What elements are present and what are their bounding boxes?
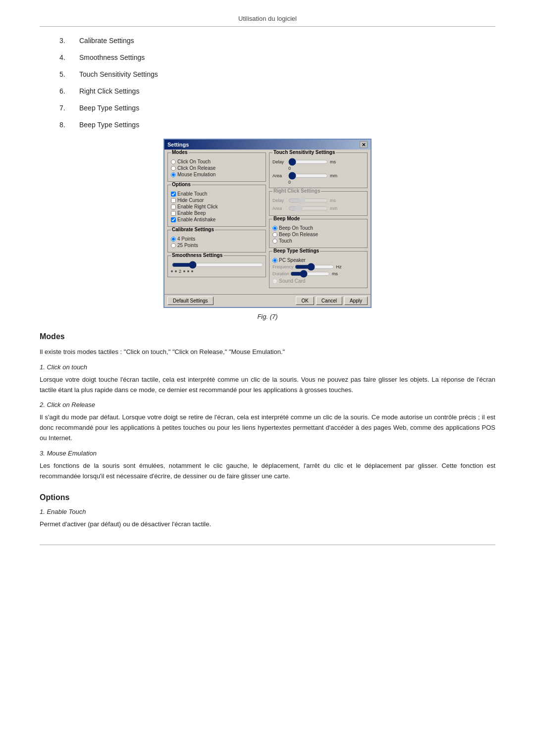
list-item: 8. Beep Type Settings: [59, 121, 495, 129]
beep-pc-speaker[interactable]: PC Speaker: [272, 257, 364, 263]
modes-heading: Modes: [40, 332, 495, 341]
right-click-title: Right Click Settings: [272, 188, 321, 194]
options-group-content: Enable Touch Hide Cursor Enable Right Cl…: [171, 191, 263, 222]
beep-sound-card-label: Sound Card: [279, 278, 305, 284]
beep-mode-content: Beep On Touch Beep On Release Touch: [272, 225, 364, 244]
duration-label: Duration: [272, 271, 289, 276]
options-section: Options 1. Enable Touch Permet d'activer…: [40, 493, 495, 530]
list-item-num: 7.: [59, 104, 79, 112]
smoothness-group: Smoothness Settings 2: [167, 255, 266, 277]
dot: [175, 270, 177, 272]
beep-on-touch[interactable]: Beep On Touch: [272, 225, 364, 231]
beep-touch[interactable]: Touch: [272, 238, 364, 244]
page-container: Utilisation du logiciel 3. Calibrate Set…: [0, 0, 535, 560]
mode-mouse-emulation-label: Mouse Emulation: [177, 172, 215, 177]
list-item-num: 8.: [59, 121, 79, 129]
mouse-emulation-body: Les fonctions de la souris sont émulées,…: [40, 461, 495, 482]
list-item-label: Smoothness Settings: [79, 53, 145, 61]
option-enable-antishake[interactable]: Enable Antishake: [171, 217, 263, 222]
calibrate-4-points[interactable]: 4 Points: [171, 236, 263, 242]
cancel-button[interactable]: Cancel: [316, 297, 342, 305]
dot: [191, 270, 193, 272]
mode-click-on-release[interactable]: Click On Release: [171, 165, 263, 171]
option-enable-antishake-label: Enable Antishake: [177, 217, 215, 222]
touch-sensitivity-content: Delay ms 0 Area mm 0: [272, 159, 364, 185]
area-row: Area mm: [272, 173, 364, 179]
dot: [171, 270, 173, 272]
list-item: 4. Smoothness Settings: [59, 53, 495, 61]
rc-area-slider: [288, 205, 328, 211]
ok-button[interactable]: OK: [296, 297, 314, 305]
area-slider[interactable]: [288, 173, 328, 179]
rc-delay-row: Delay ms: [272, 198, 364, 203]
list-item-num: 6.: [59, 87, 79, 95]
rc-area-unit: mm: [330, 206, 337, 211]
beep-pc-speaker-label: PC Speaker: [279, 257, 306, 263]
beep-type-group: Beep Type Settings PC Speaker Frequency …: [269, 251, 368, 288]
option-enable-beep[interactable]: Enable Beep: [171, 210, 263, 216]
area-value: 0: [272, 180, 364, 185]
beep-touch-label: Touch: [279, 238, 292, 244]
default-settings-button[interactable]: Default Settings: [167, 297, 214, 305]
options-group: Options Enable Touch Hide Cursor: [167, 185, 266, 227]
footer-buttons: OK Cancel Apply: [296, 297, 368, 305]
list-item: 3. Calibrate Settings: [59, 37, 495, 45]
mode-click-on-touch[interactable]: Click On Touch: [171, 159, 263, 164]
enable-touch-body: Permet d'activer (par défaut) ou de désa…: [40, 519, 495, 530]
mode-click-on-release-label: Click On Release: [177, 165, 215, 171]
calibrate-25-points[interactable]: 25 Points: [171, 243, 263, 248]
list-item: 7. Beep Type Settings: [59, 104, 495, 112]
list-item-label: Beep Type Settings: [79, 121, 139, 129]
mouse-emulation-heading: 3. Mouse Emulation: [40, 450, 495, 457]
option-enable-right-click[interactable]: Enable Right Click: [171, 204, 263, 209]
calibrate-group-content: 4 Points 25 Points: [171, 236, 263, 248]
mode-mouse-emulation[interactable]: Mouse Emulation: [171, 172, 263, 177]
numbered-list: 3. Calibrate Settings 4. Smoothness Sett…: [59, 37, 495, 129]
dialog-close-button[interactable]: ✕: [360, 141, 368, 148]
option-hide-cursor[interactable]: Hide Cursor: [171, 198, 263, 203]
beep-type-content: PC Speaker Frequency Hz Duration: [272, 257, 364, 284]
list-item-num: 3.: [59, 37, 79, 45]
modes-group-title: Modes: [171, 150, 189, 155]
smoothness-value: 2: [179, 269, 181, 274]
touch-sensitivity-group: Touch Sensitivity Settings Delay ms 0 Ar…: [269, 152, 368, 188]
delay-label: Delay: [272, 159, 287, 164]
dot: [187, 270, 189, 272]
option-enable-beep-label: Enable Beep: [177, 210, 206, 216]
dialog-container: Settings ✕ Modes Click On Touch: [40, 139, 495, 308]
duration-row: Duration ms: [272, 271, 364, 277]
rc-area-label: Area: [272, 206, 287, 211]
click-on-touch-heading: 1. Click on touch: [40, 363, 495, 371]
dialog-right-column: Touch Sensitivity Settings Delay ms 0 Ar…: [269, 152, 368, 291]
option-hide-cursor-label: Hide Cursor: [177, 198, 204, 203]
enable-touch-heading: 1. Enable Touch: [40, 508, 495, 515]
options-heading: Options: [40, 493, 495, 502]
option-enable-touch[interactable]: Enable Touch: [171, 191, 263, 197]
list-item: 5. Touch Sensitivity Settings: [59, 70, 495, 78]
mode-click-on-touch-label: Click On Touch: [177, 159, 211, 164]
fig-caption: Fig. (7): [40, 313, 495, 320]
beep-type-title: Beep Type Settings: [272, 248, 320, 253]
delay-unit: ms: [330, 159, 336, 164]
duration-slider[interactable]: [290, 271, 330, 277]
calibrate-4-points-label: 4 Points: [177, 236, 195, 242]
beep-sound-card[interactable]: Sound Card: [272, 278, 364, 284]
smoothness-group-title: Smoothness Settings: [171, 252, 223, 258]
delay-slider[interactable]: [288, 159, 328, 165]
touch-sensitivity-title: Touch Sensitivity Settings: [272, 150, 336, 155]
list-item-num: 4.: [59, 53, 79, 61]
bottom-border: [40, 545, 495, 545]
beep-on-release[interactable]: Beep On Release: [272, 232, 364, 237]
modes-group: Modes Click On Touch Click On Release: [167, 152, 266, 182]
list-item: 6. Right Click Settings: [59, 87, 495, 95]
smoothness-dots: 2: [171, 269, 263, 274]
delay-value: 0: [272, 166, 364, 171]
freq-slider[interactable]: [295, 264, 334, 270]
smoothness-slider[interactable]: [172, 262, 264, 268]
dialog-title: Settings: [167, 142, 189, 148]
freq-label: Frequency: [272, 264, 294, 269]
freq-unit: Hz: [336, 264, 342, 269]
calibrate-25-points-label: 25 Points: [177, 243, 198, 248]
rc-delay-slider: [288, 198, 328, 203]
apply-button[interactable]: Apply: [344, 297, 368, 305]
